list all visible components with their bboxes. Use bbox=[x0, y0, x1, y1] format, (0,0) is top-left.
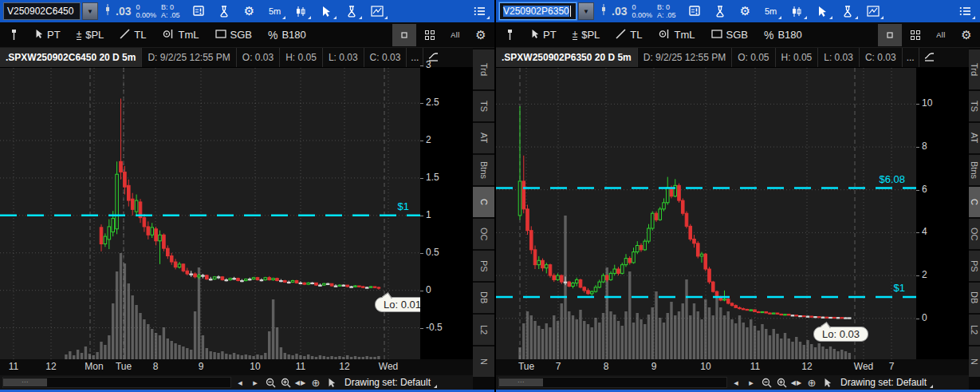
drawing-set-selector[interactable]: Drawing set: Default bbox=[840, 377, 933, 388]
single-cell-button[interactable] bbox=[878, 24, 902, 46]
side-tab-trd[interactable]: Trd bbox=[969, 49, 980, 89]
tool-b180-button[interactable]: % B180 bbox=[757, 24, 809, 46]
single-cell-button[interactable] bbox=[392, 24, 416, 46]
crosshair-icon[interactable]: ⊕ bbox=[309, 376, 322, 389]
chart-plot-area[interactable]: $1 Lo: 0.01 bbox=[0, 68, 420, 359]
header-more-button[interactable]: ... bbox=[407, 48, 423, 67]
pin-icon[interactable] bbox=[498, 24, 521, 46]
tool-sgb-button[interactable]: SGB bbox=[208, 24, 259, 46]
tool-tl-button[interactable]: TL bbox=[608, 24, 649, 46]
side-tab-oc[interactable]: OC bbox=[969, 219, 980, 249]
side-tab-trd[interactable]: Trd bbox=[473, 49, 494, 89]
price-tick-label: 0.5 bbox=[426, 247, 439, 258]
grid-layout-button[interactable] bbox=[418, 24, 442, 46]
pointer-icon[interactable] bbox=[821, 376, 833, 389]
drawings-icon[interactable] bbox=[365, 1, 389, 22]
side-tab-db[interactable]: DB bbox=[969, 283, 980, 313]
drawing-set-selector[interactable]: Drawing set: Default bbox=[344, 377, 437, 388]
tool-sgb-button[interactable]: SGB bbox=[704, 24, 755, 46]
chart-settings-gear-icon[interactable]: ⚙ bbox=[469, 24, 493, 46]
side-tab-btns[interactable]: Btns bbox=[473, 155, 494, 185]
chart-scrollbar[interactable]: ◂ ⋯ bbox=[498, 377, 727, 388]
auto-fit-icon[interactable]: ◀▶ bbox=[294, 376, 307, 389]
tool-spl-button[interactable]: ± $PL bbox=[565, 24, 608, 46]
tool-tml-button[interactable]: TmL bbox=[651, 24, 703, 46]
strategies-flask-icon[interactable] bbox=[836, 1, 860, 22]
side-tab-btns[interactable]: Btns bbox=[969, 155, 980, 185]
auto-fit-icon[interactable]: ◀▶ bbox=[790, 376, 803, 389]
side-tab-c[interactable]: C bbox=[969, 187, 980, 217]
side-tab-c[interactable]: C bbox=[473, 187, 494, 217]
side-tab-db[interactable]: DB bbox=[473, 283, 494, 313]
gear-icon[interactable]: ⚙ bbox=[238, 1, 262, 22]
pan-right-button[interactable]: ▸ bbox=[249, 376, 262, 389]
time-axis[interactable]: Tue789101112Wed7 bbox=[496, 359, 969, 375]
tool-tml-button[interactable]: TmL bbox=[155, 24, 207, 46]
gear-icon[interactable]: ⚙ bbox=[734, 1, 758, 22]
crosshair-icon[interactable]: ⊕ bbox=[805, 376, 818, 389]
chart-menu-icon[interactable] bbox=[953, 1, 977, 22]
candlestick-chart[interactable]: $1 bbox=[0, 68, 420, 359]
apply-all-button[interactable]: All bbox=[929, 24, 953, 46]
timeframe-button[interactable]: 5m bbox=[759, 1, 783, 22]
zoom-in-icon[interactable] bbox=[775, 376, 788, 389]
chart-menu-icon[interactable] bbox=[467, 1, 491, 22]
rectangle-icon bbox=[215, 30, 226, 41]
tool-spl-button[interactable]: ± $PL bbox=[69, 24, 112, 46]
pan-right-button[interactable]: ▸ bbox=[745, 376, 758, 389]
pan-left-button[interactable]: ◂ bbox=[234, 376, 246, 389]
header-more-button[interactable]: ... bbox=[903, 48, 919, 67]
price-axis[interactable]: 32.521.510.50-0.5 bbox=[420, 68, 473, 359]
drawings-icon[interactable] bbox=[861, 1, 885, 22]
symbol-dropdown-button[interactable]: ▼ bbox=[82, 2, 98, 20]
company-news-icon[interactable] bbox=[187, 1, 211, 22]
side-tab-ts[interactable]: TS bbox=[473, 91, 494, 121]
scrollbar-thumb[interactable]: ⋯ bbox=[499, 378, 543, 386]
tool-pt-button[interactable]: PT bbox=[523, 24, 564, 46]
chart-type-icon[interactable] bbox=[289, 1, 313, 22]
pointer-icon[interactable] bbox=[325, 376, 337, 389]
timeframe-button[interactable]: 5m bbox=[263, 1, 287, 22]
side-tab-ps[interactable]: PS bbox=[473, 251, 494, 281]
side-tab-l2[interactable]: L2 bbox=[969, 315, 980, 345]
apply-all-button[interactable]: All bbox=[443, 24, 467, 46]
ask-value: A: .05 bbox=[161, 11, 180, 19]
zoom-out-icon[interactable] bbox=[264, 376, 277, 389]
candlestick-chart[interactable]: $6.08$1 bbox=[496, 68, 916, 359]
side-tab-ps[interactable]: PS bbox=[969, 251, 980, 281]
grid-layout-button[interactable] bbox=[903, 24, 927, 46]
time-tick-label: Mon bbox=[85, 361, 103, 372]
side-tab-n[interactable]: N bbox=[969, 346, 980, 377]
last-price: .03 bbox=[612, 5, 627, 18]
analyze-flask-icon[interactable] bbox=[708, 1, 732, 22]
price-axis[interactable]: 1086420 bbox=[916, 68, 969, 359]
tool-tl-button[interactable]: TL bbox=[112, 24, 153, 46]
pin-icon[interactable] bbox=[2, 24, 26, 46]
company-news-icon[interactable] bbox=[683, 1, 706, 22]
scrollbar-thumb[interactable]: ⋯ bbox=[3, 378, 47, 386]
side-tab-ts[interactable]: TS bbox=[969, 91, 980, 121]
zoom-out-icon[interactable] bbox=[760, 376, 773, 389]
chart-plot-area[interactable]: $6.08$1 Lo: 0.03 bbox=[496, 68, 916, 359]
symbol-input[interactable]: V250902C6450 bbox=[3, 2, 81, 20]
symbol-dropdown-button[interactable]: ▼ bbox=[578, 2, 594, 20]
analyze-flask-icon[interactable] bbox=[212, 1, 236, 22]
cursor-tool-icon[interactable] bbox=[314, 1, 338, 22]
chart-type-icon[interactable] bbox=[785, 1, 809, 22]
symbol-input[interactable]: V250902P6350 bbox=[499, 2, 577, 20]
chart-scrollbar[interactable]: ◂ ⋯ bbox=[2, 377, 231, 388]
side-tab-oc[interactable]: OC bbox=[473, 219, 494, 249]
tool-b180-button[interactable]: % B180 bbox=[261, 24, 313, 46]
side-tab-l2[interactable]: L2 bbox=[473, 315, 494, 345]
chart-settings-gear-icon[interactable]: ⚙ bbox=[954, 24, 978, 46]
time-axis[interactable]: 1112MonTue89101112Wed bbox=[0, 359, 473, 375]
cursor-tool-icon[interactable] bbox=[810, 1, 834, 22]
side-tab-n[interactable]: N bbox=[473, 346, 494, 377]
zoom-in-icon[interactable] bbox=[279, 376, 292, 389]
tool-pt-button[interactable]: PT bbox=[27, 24, 68, 46]
chart-mode-icon[interactable] bbox=[919, 48, 940, 67]
strategies-flask-icon[interactable] bbox=[340, 1, 364, 22]
side-tab-at[interactable]: AT bbox=[969, 123, 980, 153]
pan-left-button[interactable]: ◂ bbox=[730, 376, 742, 389]
side-tab-at[interactable]: AT bbox=[473, 123, 494, 153]
